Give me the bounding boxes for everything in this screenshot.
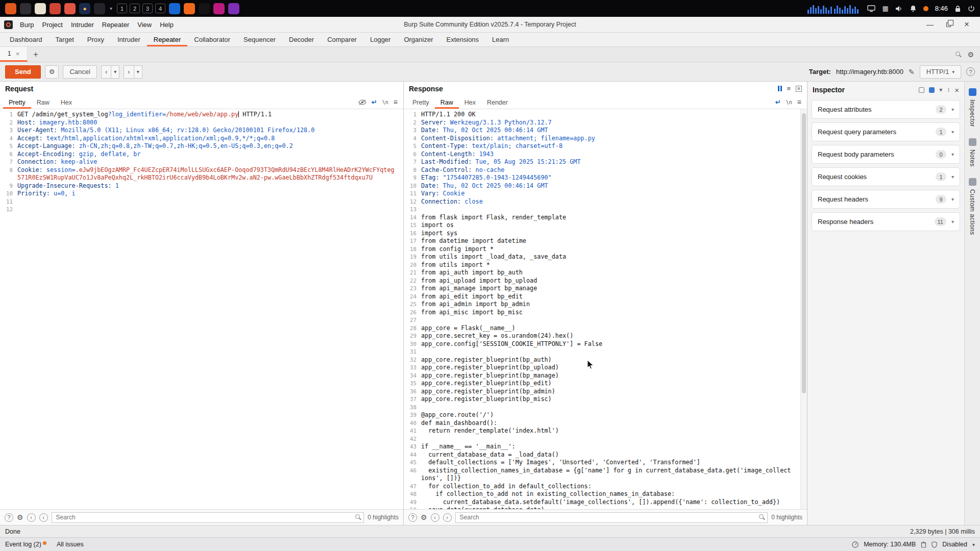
main-tab-logger[interactable]: Logger <box>363 33 397 46</box>
add-tab-button[interactable]: + <box>28 47 44 62</box>
workspace-button[interactable]: 4 <box>155 4 165 13</box>
menu-item[interactable]: Repeater <box>98 18 133 31</box>
main-tab-sequencer[interactable]: Sequencer <box>237 33 282 46</box>
main-tab-decoder[interactable]: Decoder <box>282 33 321 46</box>
response-tab-render[interactable]: Render <box>481 95 513 109</box>
bolt-app-taskbar-icon[interactable] <box>169 3 180 14</box>
search-icon[interactable] <box>954 51 961 58</box>
search-prev-icon[interactable]: ‹ <box>27 513 36 522</box>
request-tab-pretty[interactable]: Pretty <box>3 95 31 109</box>
menu-item[interactable]: Project <box>38 18 66 31</box>
hide-nonprinting-eye-icon[interactable] <box>358 99 366 105</box>
mail-taskbar-icon[interactable] <box>64 3 76 14</box>
workspace-button[interactable]: 1 <box>117 4 127 13</box>
main-tab-proxy[interactable]: Proxy <box>81 33 111 46</box>
search-prev-icon[interactable]: ‹ <box>431 513 439 522</box>
chevron-down-icon[interactable]: ▾ <box>972 542 975 547</box>
terminal-taskbar-icon[interactable] <box>94 3 105 14</box>
files-taskbar-icon[interactable] <box>35 3 46 14</box>
event-log-button[interactable]: Event log (2) <box>5 541 46 548</box>
layout-split-icon[interactable]: ≡ <box>796 86 802 92</box>
search-settings-gear-icon[interactable]: ⚙ <box>17 513 23 521</box>
volume-icon[interactable] <box>895 5 903 12</box>
magenta-app-taskbar-icon[interactable] <box>213 3 225 14</box>
response-search-input[interactable] <box>455 512 768 523</box>
dark-app-taskbar-icon[interactable] <box>199 3 210 14</box>
inspector-request-query-parameters[interactable]: Request query parameters 1 ▾ <box>812 122 960 141</box>
search-help-icon[interactable]: ? <box>408 513 417 522</box>
close-tab-icon[interactable]: × <box>16 50 20 58</box>
history-forward-button[interactable]: › <box>124 65 134 79</box>
reorder-sections-icon[interactable]: ↕ <box>947 86 950 93</box>
send-button[interactable]: Send <box>5 65 41 79</box>
power-icon[interactable] <box>968 5 975 12</box>
settings-gear-icon[interactable]: ⚙ <box>967 51 974 59</box>
inspector-layout-icon[interactable] <box>919 87 924 93</box>
rail-tab-inspector[interactable]: Inspector <box>969 86 976 130</box>
intercept-state-dropdown[interactable]: Disabled <box>942 541 967 548</box>
close-inspector-icon[interactable]: × <box>954 86 959 94</box>
burp-suite-taskbar-icon[interactable] <box>5 3 16 14</box>
response-tab-raw[interactable]: Raw <box>435 95 459 109</box>
menu-item[interactable]: Intruder <box>67 18 98 31</box>
request-tab-raw[interactable]: Raw <box>31 95 55 109</box>
layout-list-icon[interactable]: ≡ <box>787 85 791 92</box>
expand-sections-icon[interactable]: ▾ <box>939 86 942 93</box>
edit-target-pencil-icon[interactable]: ✎ <box>909 68 915 76</box>
firefox-taskbar-icon[interactable]: ● <box>79 3 90 14</box>
search-next-icon[interactable]: › <box>443 513 452 522</box>
show-newlines-icon[interactable]: \n <box>786 99 792 105</box>
purple-app-taskbar-icon[interactable] <box>228 3 239 14</box>
main-tab-extensions[interactable]: Extensions <box>440 33 486 46</box>
inspector-dock-icon[interactable] <box>929 87 935 93</box>
inspector-request-body-parameters[interactable]: Request body parameters 0 ▾ <box>812 145 960 164</box>
search-next-icon[interactable]: › <box>39 513 48 522</box>
all-issues-button[interactable]: All issues <box>57 541 84 548</box>
history-forward-dropdown[interactable]: ▾ <box>134 65 142 79</box>
request-editor[interactable]: 1 GET /admin/get_system_log?log_identifi… <box>0 109 403 509</box>
editor-menu-icon[interactable]: ≡ <box>797 98 801 106</box>
main-tab-collaborator[interactable]: Collaborator <box>187 33 237 46</box>
soft-wrap-icon[interactable]: ↵ <box>775 98 781 106</box>
search-help-icon[interactable]: ? <box>5 513 13 522</box>
minimize-button[interactable]: — <box>921 17 939 32</box>
response-tab-hex[interactable]: Hex <box>459 95 481 109</box>
search-settings-gear-icon[interactable]: ⚙ <box>421 513 427 521</box>
response-editor[interactable]: 1 HTTP/1.1 200 OK 2 Server: Werkzeug/3.1… <box>404 109 807 509</box>
grid-icon[interactable]: ▦ <box>882 5 888 12</box>
menu-item[interactable]: Burp <box>16 18 38 31</box>
cancel-button[interactable]: Cancel <box>63 65 96 79</box>
main-tab-comparer[interactable]: Comparer <box>321 33 363 46</box>
history-back-button[interactable]: ‹ <box>101 65 111 79</box>
text-editor-taskbar-icon[interactable] <box>50 3 61 14</box>
workspace-button[interactable]: 2 <box>130 4 140 13</box>
main-tab-intruder[interactable]: Intruder <box>111 33 147 46</box>
response-tab-pretty[interactable]: Pretty <box>407 95 435 109</box>
response-scrollbar[interactable] <box>800 109 807 509</box>
inspector-request-attributes[interactable]: Request attributes 2 ▾ <box>812 100 960 119</box>
history-back-dropdown[interactable]: ▾ <box>111 65 119 79</box>
terminal-menu-chevron-icon[interactable]: ▾ <box>109 6 113 11</box>
display-icon[interactable] <box>867 5 875 12</box>
soft-wrap-icon[interactable]: ↵ <box>372 98 377 106</box>
pause-updates-icon[interactable] <box>778 86 782 91</box>
request-search-input[interactable] <box>52 512 364 523</box>
scrollbar-thumb[interactable] <box>802 113 806 393</box>
main-tab-organizer[interactable]: Organizer <box>397 33 439 46</box>
repeater-tab-1[interactable]: 1 × <box>0 47 28 62</box>
main-tab-repeater[interactable]: Repeater <box>147 33 187 46</box>
inspector-response-headers[interactable]: Response headers 11 ▾ <box>812 212 960 231</box>
close-window-button[interactable]: × <box>958 17 976 32</box>
flame-app-taskbar-icon[interactable] <box>184 3 195 14</box>
inspector-request-cookies[interactable]: Request cookies 1 ▾ <box>812 167 960 186</box>
trash-icon[interactable] <box>921 541 926 548</box>
show-newlines-icon[interactable]: \n <box>382 99 388 105</box>
send-settings-gear-icon[interactable]: ⚙ <box>45 65 59 79</box>
http-version-dropdown[interactable]: HTTP/1 ▾ <box>920 65 961 79</box>
help-icon[interactable]: ? <box>966 67 975 76</box>
clock[interactable]: 8:46 <box>935 5 948 12</box>
request-tab-hex[interactable]: Hex <box>55 95 78 109</box>
workspace-button[interactable]: 3 <box>142 4 153 13</box>
notifications-bell-icon[interactable] <box>910 5 917 12</box>
editor-menu-icon[interactable]: ≡ <box>394 98 398 106</box>
